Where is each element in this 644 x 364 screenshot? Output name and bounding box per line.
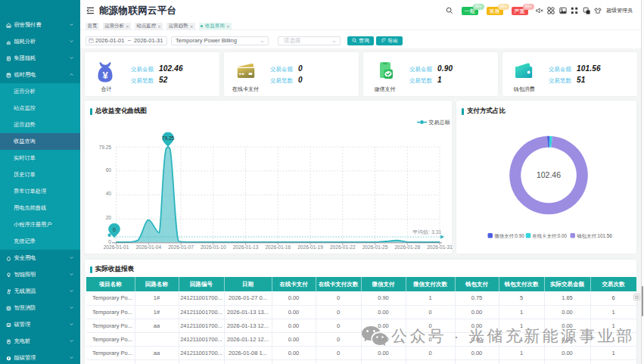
svg-text:钱包支付:101.56: 钱包支付:101.56 (577, 233, 613, 239)
svg-text:2026-01-22: 2026-01-22 (330, 244, 356, 250)
svg-text:2026-01-01: 2026-01-01 (104, 244, 129, 250)
svg-text:2026-01-31: 2026-01-31 (427, 244, 453, 250)
svg-text:79.25: 79.25 (98, 145, 111, 150)
svg-text:2026-01-16: 2026-01-16 (265, 244, 291, 250)
svg-text:2026-01-04: 2026-01-04 (135, 244, 161, 250)
svg-text:0: 0 (113, 227, 116, 232)
svg-text:2026-01-19: 2026-01-19 (297, 244, 323, 250)
svg-text:20: 20 (106, 215, 112, 220)
svg-text:2026-01-13: 2026-01-13 (233, 244, 259, 250)
svg-text:¥: ¥ (102, 70, 108, 81)
svg-text:在线卡支付:0.00: 在线卡支付:0.00 (533, 233, 568, 239)
svg-text:微信支付:0.90: 微信支付:0.90 (494, 233, 525, 239)
svg-text:交易总额: 交易总额 (428, 120, 451, 126)
svg-text:79.25: 79.25 (162, 135, 175, 141)
svg-text:40: 40 (106, 191, 112, 196)
svg-text:2026-01-25: 2026-01-25 (362, 244, 388, 250)
svg-text:2026-01-07: 2026-01-07 (168, 244, 194, 250)
svg-text:102.46: 102.46 (537, 170, 561, 179)
svg-text:60: 60 (106, 167, 112, 173)
svg-text:2026-01-28: 2026-01-28 (394, 244, 420, 250)
svg-text:平均值: 3.31: 平均值: 3.31 (412, 229, 442, 235)
svg-text:2026-01-10: 2026-01-10 (201, 244, 226, 250)
